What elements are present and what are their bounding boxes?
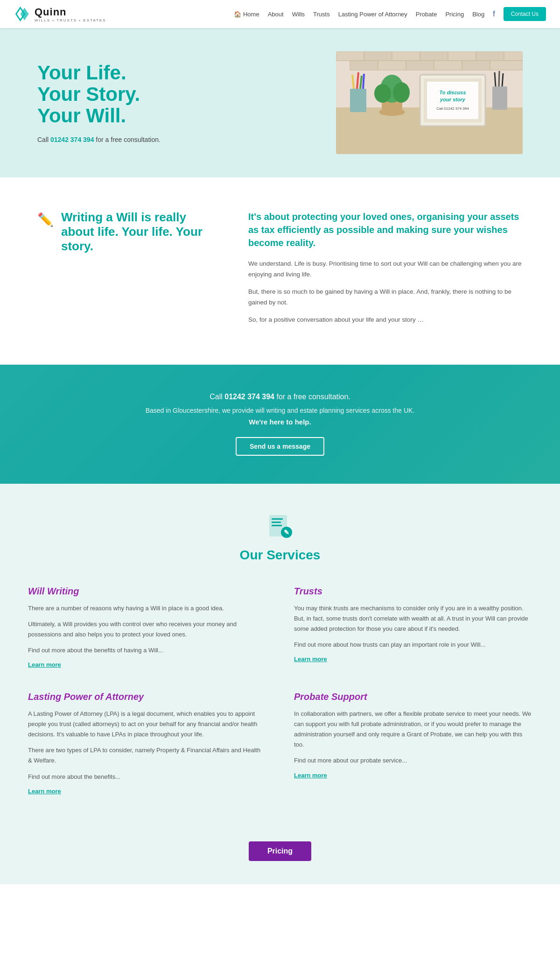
pricing-button[interactable]: Pricing [249, 841, 311, 861]
svg-rect-11 [378, 61, 406, 70]
svg-line-21 [363, 74, 364, 89]
brand-name: Quinn [35, 6, 106, 18]
svg-text:your story: your story [440, 97, 466, 102]
service-will-writing-learn-more[interactable]: Learn more [28, 661, 266, 668]
hero-subtitle: Call 01242 374 394 for a free consultati… [37, 136, 317, 143]
about-left: ✏️ Writing a Will is really about life. … [37, 210, 220, 254]
hero-image-bg: To discuss your story Call 01242 374 394 [336, 51, 523, 154]
svg-rect-7 [448, 51, 476, 61]
svg-rect-6 [420, 51, 448, 61]
about-body-3: So, for a positive conversation about yo… [248, 315, 523, 325]
service-probate: Probate Support In collaboration with pa… [294, 692, 532, 795]
svg-line-34 [495, 72, 496, 86]
about-section: ✏️ Writing a Will is really about life. … [0, 177, 560, 365]
logo-text: Quinn WILLS • TRUSTS • ESTATES [35, 6, 106, 22]
services-section: ✎ Our Services Will Writing There are a … [0, 484, 560, 832]
service-probate-body1: In collaboration with partners, we offer… [294, 709, 532, 750]
service-will-writing-body1: There are a number of reasons why having… [28, 603, 266, 614]
svg-rect-39 [272, 522, 281, 523]
home-icon: 🏠 [234, 11, 241, 18]
facebook-link[interactable]: f [493, 10, 495, 18]
nav-home[interactable]: 🏠 Home [234, 11, 259, 18]
nav-pricing[interactable]: Pricing [445, 11, 464, 18]
contact-button[interactable]: Contact Us [504, 7, 546, 21]
brand-tagline: WILLS • TRUSTS • ESTATES [35, 18, 106, 22]
service-lpa-body2: There are two types of LPA to consider, … [28, 745, 266, 766]
svg-rect-4 [364, 51, 392, 61]
service-will-writing-body2: Ultimately, a Will provides you with con… [28, 619, 266, 640]
about-body-1: We understand. Life is busy. Prioritisin… [248, 259, 523, 280]
svg-line-36 [502, 73, 503, 86]
hero-text: Your Life.Your Story.Your Will. Call 012… [37, 62, 317, 144]
service-lpa: Lasting Power of Attorney A Lasting Powe… [28, 692, 266, 795]
svg-rect-38 [272, 518, 283, 520]
about-highlight: It's about protecting your loved ones, o… [248, 210, 523, 249]
service-trusts: Trusts You may think trusts are mechanis… [294, 586, 532, 668]
svg-rect-15 [490, 61, 523, 70]
nav-lpa[interactable]: Lasting Power of Attorney [338, 11, 407, 18]
nav-probate[interactable]: Probate [416, 11, 437, 18]
svg-text:✎: ✎ [284, 529, 289, 536]
service-trusts-body2: Find out more about how trusts can play … [294, 640, 532, 650]
svg-point-26 [393, 82, 410, 103]
service-lpa-learn-more[interactable]: Learn more [28, 788, 266, 795]
svg-rect-8 [476, 51, 504, 61]
svg-rect-40 [272, 525, 282, 526]
service-trusts-body1: You may think trusts are mechanisms to c… [294, 603, 532, 634]
svg-rect-12 [406, 61, 434, 70]
service-trusts-learn-more[interactable]: Learn more [294, 656, 532, 663]
svg-rect-17 [350, 89, 366, 112]
nav-about[interactable]: About [268, 11, 284, 18]
cta-banner: Call 01242 374 394 for a free consultati… [0, 365, 560, 484]
svg-text:Call 01242 374 394: Call 01242 374 394 [436, 106, 469, 111]
main-nav: 🏠 Home About Wills Trusts Lasting Power … [234, 7, 546, 21]
about-body-2: But, there is so much to be gained by ha… [248, 287, 523, 308]
logo: Quinn WILLS • TRUSTS • ESTATES [14, 6, 106, 22]
svg-point-25 [374, 84, 391, 103]
svg-rect-13 [434, 61, 462, 70]
service-lpa-name: Lasting Power of Attorney [28, 692, 266, 702]
cta-tagline: We're here to help. [14, 418, 546, 426]
hero-section: Your Life.Your Story.Your Will. Call 012… [0, 28, 560, 177]
pencil-icon: ✏️ [37, 212, 54, 227]
nav-blog[interactable]: Blog [472, 11, 484, 18]
svg-rect-10 [350, 61, 378, 70]
service-trusts-name: Trusts [294, 586, 532, 597]
svg-rect-33 [492, 86, 507, 110]
svg-rect-3 [336, 51, 364, 61]
service-lpa-body1: A Lasting Power of Attorney (LPA) is a l… [28, 709, 266, 740]
service-will-writing: Will Writing There are a number of reaso… [28, 586, 266, 668]
cta-button[interactable]: Send us a message [236, 437, 324, 456]
hero-image-svg: To discuss your story Call 01242 374 394 [336, 51, 523, 154]
hero-title: Your Life.Your Story.Your Will. [37, 62, 317, 127]
cta-phone: Call 01242 374 394 for a free consultati… [14, 393, 546, 401]
logo-icon [14, 6, 31, 22]
nav-trusts[interactable]: Trusts [313, 11, 330, 18]
svg-line-35 [499, 71, 499, 86]
hero-image: To discuss your story Call 01242 374 394 [336, 51, 523, 154]
svg-rect-5 [392, 51, 420, 61]
service-probate-learn-more[interactable]: Learn more [294, 772, 532, 779]
service-probate-name: Probate Support [294, 692, 532, 702]
cta-desc: Based in Gloucestershire, we provide wil… [14, 407, 546, 414]
svg-rect-9 [504, 51, 523, 61]
about-right: It's about protecting your loved ones, o… [248, 210, 523, 332]
services-title: Our Services [28, 548, 532, 563]
services-grid: Will Writing There are a number of reaso… [28, 586, 532, 795]
service-lpa-body3: Find out more about the benefits... [28, 772, 266, 782]
about-body: We understand. Life is busy. Prioritisin… [248, 259, 523, 325]
svg-text:To discuss: To discuss [439, 90, 466, 95]
about-title: Writing a Will is really about life. You… [61, 210, 220, 254]
svg-rect-14 [462, 61, 490, 70]
service-will-writing-name: Will Writing [28, 586, 266, 597]
service-probate-body2: Find out more about our probate service.… [294, 755, 532, 766]
services-icon: ✎ [28, 512, 532, 543]
site-header: Quinn WILLS • TRUSTS • ESTATES 🏠 Home Ab… [0, 0, 560, 28]
pricing-section: Pricing [0, 832, 560, 884]
services-svg-icon: ✎ [267, 512, 293, 538]
service-will-writing-body3: Find out more about the benefits of havi… [28, 645, 266, 656]
nav-wills[interactable]: Wills [292, 11, 305, 18]
